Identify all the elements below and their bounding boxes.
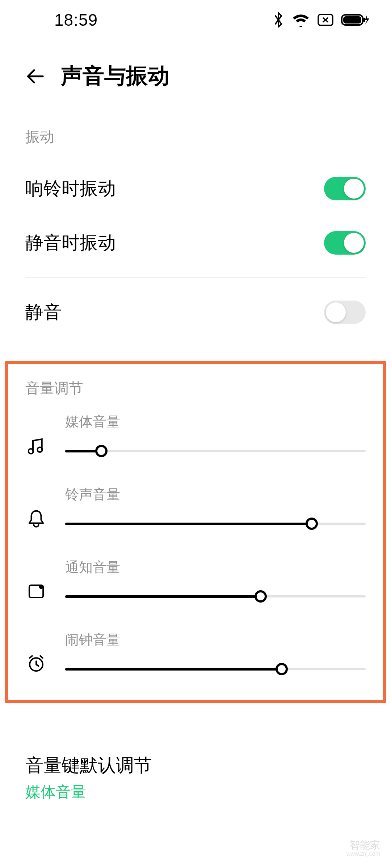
slider-thumb[interactable]: [255, 590, 267, 603]
section-vibration-label: 振动: [25, 127, 366, 147]
status-icons: [272, 11, 369, 29]
bluetooth-icon: [272, 11, 285, 29]
wifi-icon: [292, 13, 310, 27]
slider-alarm-volume: 闹钟音量: [25, 631, 366, 675]
row-value: 媒体音量: [25, 782, 366, 802]
divider: [25, 277, 366, 278]
battery-icon: [341, 13, 369, 27]
status-bar: 18:59: [0, 0, 391, 40]
bell-icon: [25, 507, 47, 529]
slider-label: 闹钟音量: [65, 631, 366, 649]
header: 声音与振动: [0, 40, 391, 105]
no-sim-icon: [317, 13, 334, 27]
row-label: 静音时振动: [25, 231, 116, 255]
section-volume-label: 音量调节: [25, 378, 366, 398]
back-arrow-icon: [25, 66, 46, 87]
slider-ringtone-volume: 铃声音量: [25, 485, 366, 529]
status-time: 18:59: [54, 10, 98, 30]
notification-icon: [25, 580, 47, 602]
slider-media-volume: 媒体音量: [25, 413, 366, 456]
svg-rect-2: [343, 16, 361, 24]
toggle-vibrate-on-ring[interactable]: [324, 177, 366, 200]
slider-thumb[interactable]: [306, 518, 318, 530]
toggle-knob: [344, 179, 364, 199]
row-volume-key-default[interactable]: 音量键默认调节 媒体音量: [25, 753, 366, 802]
slider-track-notification[interactable]: [65, 591, 366, 602]
row-label: 音量键默认调节: [25, 753, 366, 778]
slider-track-ringtone[interactable]: [65, 518, 366, 529]
music-note-icon: [25, 435, 47, 456]
toggle-knob: [326, 302, 346, 322]
row-label: 静音: [25, 300, 62, 324]
slider-track-media[interactable]: [65, 446, 366, 456]
volume-section-highlight: 音量调节 媒体音量: [5, 361, 386, 703]
slider-label: 铃声音量: [65, 485, 366, 504]
slider-label: 媒体音量: [65, 413, 366, 431]
row-silent-mode[interactable]: 静音: [25, 285, 366, 339]
slider-label: 通知音量: [65, 558, 366, 576]
row-label: 响铃时振动: [25, 176, 116, 201]
toggle-knob: [344, 233, 364, 253]
back-button[interactable]: [25, 66, 46, 87]
toggle-silent[interactable]: [324, 301, 366, 324]
slider-notification-volume: 通知音量: [25, 558, 366, 602]
toggle-vibrate-on-silent[interactable]: [324, 231, 366, 255]
slider-thumb[interactable]: [95, 445, 108, 457]
svg-point-7: [39, 585, 43, 589]
slider-thumb[interactable]: [276, 663, 288, 675]
row-vibrate-on-ring[interactable]: 响铃时振动: [25, 161, 366, 216]
clock-icon: [25, 653, 47, 675]
slider-track-alarm[interactable]: [65, 664, 366, 675]
watermark: 智能家 www.znj.com: [346, 840, 380, 857]
page-title: 声音与振动: [61, 61, 169, 91]
row-vibrate-on-silent[interactable]: 静音时振动: [25, 216, 366, 270]
